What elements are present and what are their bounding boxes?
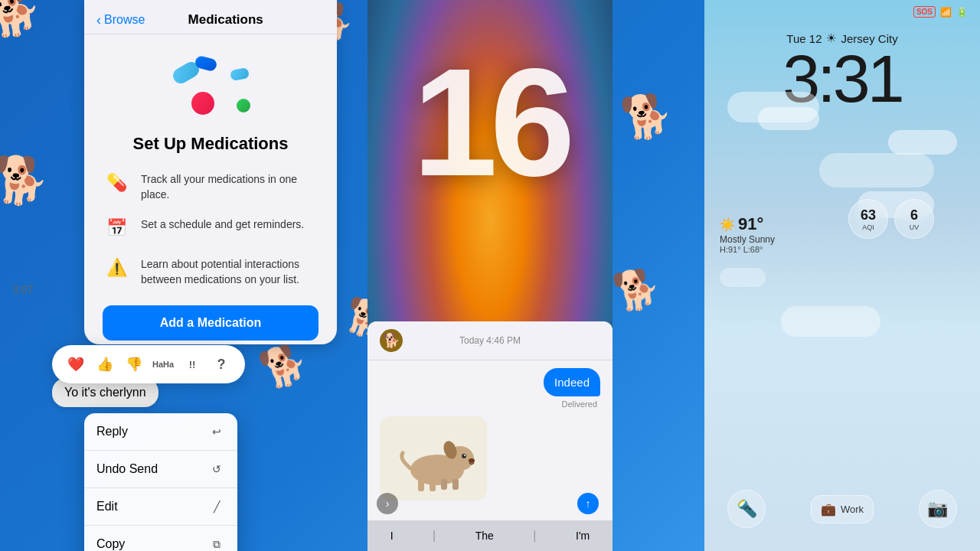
reaction-haha[interactable]: HaHa <box>150 351 176 377</box>
svg-rect-6 <box>418 479 424 491</box>
sun-icon: ☀️ <box>720 217 735 232</box>
ios16-number: 16 <box>368 46 612 199</box>
messages-timestamp: Today 4:46 PM <box>403 335 577 346</box>
weather-temp: 91° <box>738 214 763 234</box>
work-label: Work <box>841 504 864 515</box>
reaction-thumbsdown[interactable]: 👎 <box>121 351 147 377</box>
send-button[interactable]: ↑ <box>577 493 599 514</box>
svg-point-3 <box>462 454 466 458</box>
sent-message: Indeed <box>544 368 600 396</box>
reaction-thumbsup[interactable]: 👍 <box>92 351 118 377</box>
lock-bottom-controls: 🔦 💼 Work 📷 <box>704 490 980 528</box>
keyboard-word-3[interactable]: I'm <box>570 527 596 545</box>
keyboard-row: I | The | I'm <box>368 520 612 551</box>
uv-label: UV <box>910 223 920 231</box>
contact-avatar: 🐕 <box>380 329 403 352</box>
menu-label-undo-send: Undo Send <box>96 462 158 476</box>
sos-status: SOS <box>913 6 936 18</box>
camera-button[interactable]: 📷 <box>919 490 957 528</box>
menu-label-copy: Copy <box>96 537 125 551</box>
keyboard-word-1[interactable]: I <box>384 527 400 545</box>
messages-header-bar: 🐕 Today 4:46 PM <box>368 321 612 360</box>
undo-send-icon: ↺ <box>208 461 225 478</box>
uv-widget: 6 UV <box>894 199 934 239</box>
lockscreen-panel: SOS 📶 🔋 Tue 12 ☀ Jersey City 3:31 ☀️ 91°… <box>704 0 980 551</box>
reply-icon: ↩ <box>208 423 225 440</box>
messages-panel: 3:07 ❤️ 👍 👎 HaHa !! ? Yo it's cherlynn R… <box>0 0 337 551</box>
edit-icon: ╱ <box>208 498 225 515</box>
wifi-icon: 📶 <box>940 7 952 18</box>
messages-body: Indeed Delivered <box>368 360 612 514</box>
expand-button[interactable]: › <box>377 493 398 514</box>
context-menu: Reply ↩ Undo Send ↺ Edit ╱ Copy ⧉ Transl… <box>84 413 237 551</box>
reaction-bar: ❤️ 👍 👎 HaHa !! ? <box>52 345 245 383</box>
weather-widget: ☀️ 91° Mostly Sunny H:91° L:68° <box>720 214 775 254</box>
weather-block: ☀️ 91° Mostly Sunny H:91° L:68° <box>720 214 775 254</box>
menu-item-copy[interactable]: Copy ⧉ <box>84 526 237 551</box>
dog-sticker-5: 🐕 <box>618 90 675 144</box>
menu-item-undo-send[interactable]: Undo Send ↺ <box>84 451 237 488</box>
weather-description: Mostly Sunny <box>720 234 775 245</box>
status-bar: SOS 📶 🔋 <box>704 0 980 24</box>
time-display: 3:07 <box>12 283 33 295</box>
work-button[interactable]: 💼 Work <box>811 495 874 523</box>
svg-point-4 <box>464 455 466 456</box>
dog-image-message <box>380 416 487 500</box>
cloud-2 <box>758 107 819 130</box>
svg-rect-8 <box>441 479 447 490</box>
uv-value: 6 <box>910 207 918 223</box>
menu-label-reply: Reply <box>96 425 128 439</box>
cloud-7 <box>781 306 880 337</box>
camera-icon: 📷 <box>927 499 948 519</box>
reaction-exclaim[interactable]: !! <box>179 351 205 377</box>
delivered-label: Delivered <box>562 399 600 409</box>
battery-icon: 🔋 <box>956 7 968 18</box>
copy-icon: ⧉ <box>208 536 225 551</box>
messages-view: 🐕 Today 4:46 PM Indeed Delivered <box>368 321 612 551</box>
menu-label-edit: Edit <box>96 500 118 514</box>
aqi-label: AQI <box>862 223 874 231</box>
cloud-6 <box>720 268 766 287</box>
menu-item-edit[interactable]: Edit ╱ <box>84 488 237 526</box>
cloud-3 <box>819 153 934 187</box>
svg-rect-7 <box>430 479 436 491</box>
svg-point-5 <box>469 458 475 463</box>
dog-sticker-9: 🐕 <box>609 265 662 315</box>
flashlight-icon: 🔦 <box>737 499 757 519</box>
cloud-5 <box>888 130 957 155</box>
aqi-widget: 63 AQI <box>848 199 888 239</box>
menu-item-reply[interactable]: Reply ↩ <box>84 413 237 451</box>
reaction-question[interactable]: ? <box>208 351 234 377</box>
svg-rect-9 <box>452 479 459 490</box>
keyboard-word-2[interactable]: The <box>469 527 500 545</box>
work-icon: 💼 <box>821 502 836 517</box>
weather-hi-lo: H:91° L:68° <box>720 245 775 254</box>
flashlight-button[interactable]: 🔦 <box>727 490 766 528</box>
aqi-value: 63 <box>861 207 876 223</box>
reaction-heart[interactable]: ❤️ <box>63 351 89 377</box>
